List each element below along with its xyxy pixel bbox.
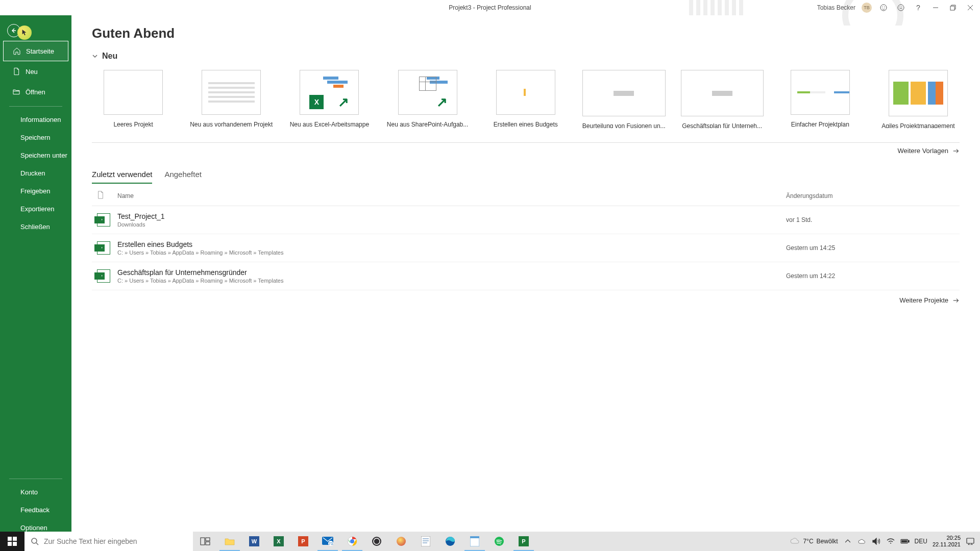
sidebar-item-feedback[interactable]: Feedback — [0, 501, 71, 519]
template-label: Neu aus vorhandenem Projekt — [190, 121, 273, 128]
svg-point-5 — [902, 7, 902, 7]
volume-icon[interactable] — [872, 537, 881, 546]
weather-widget[interactable]: 7°C Bewölkt — [790, 537, 838, 545]
template-budget[interactable]: Erstellen eines Budgets — [484, 70, 567, 128]
titlebar: Projekt3 - Project Professional Tobias B… — [0, 0, 980, 15]
file-date: vor 1 Std. — [786, 216, 960, 223]
onedrive-icon[interactable] — [857, 537, 867, 546]
file-header-date[interactable]: Änderungsdatum — [786, 192, 960, 199]
template-label: Erstellen eines Budgets — [484, 121, 567, 128]
file-path: C: » Users » Tobias » AppData » Roaming … — [117, 278, 786, 284]
smiley-icon[interactable] — [878, 2, 889, 13]
clock[interactable]: 20:25 22.11.2021 — [933, 535, 961, 548]
template-label: Einfacher Projektplan — [779, 121, 862, 128]
sidebar-item-account[interactable]: Konto — [0, 483, 71, 501]
file-row[interactable]: P Erstellen eines Budgets C: » Users » T… — [92, 234, 960, 262]
tray-chevron-up-icon[interactable] — [843, 537, 852, 546]
powerpoint-icon[interactable]: P — [291, 532, 315, 551]
back-button[interactable] — [0, 20, 71, 41]
chrome-icon[interactable] — [340, 532, 364, 551]
taskbar-pinned-apps: W X P 73 P — [193, 532, 536, 551]
help-icon[interactable]: ? — [913, 2, 924, 13]
sidebar-item-home[interactable]: Startseite — [3, 41, 68, 61]
template-from-sharepoint[interactable]: ↗ Neu aus SharePoint-Aufgab... — [386, 70, 469, 128]
more-templates-link[interactable]: Weitere Vorlagen — [92, 147, 960, 155]
start-button[interactable] — [0, 532, 24, 551]
mail-icon[interactable]: 73 — [315, 532, 340, 551]
template-thumb-sharepoint: ↗ — [398, 70, 457, 115]
user-avatar-badge[interactable]: TB — [862, 3, 872, 13]
taskbar-search[interactable] — [24, 532, 193, 551]
svg-point-2 — [885, 7, 885, 7]
sidebar-item-new[interactable]: Neu — [3, 61, 68, 82]
sidebar-item-saveas[interactable]: Speichern unter — [0, 146, 71, 164]
svg-rect-32 — [470, 536, 479, 538]
action-center-icon[interactable] — [966, 537, 975, 546]
weather-temp: 7°C — [803, 538, 813, 545]
file-row[interactable]: P Test_Project_1 Downloads vor 1 Std. — [92, 206, 960, 234]
sidebar-label-open: Öffnen — [26, 88, 45, 96]
sidebar-label-home: Startseite — [26, 47, 54, 55]
file-header-name[interactable]: Name — [117, 192, 786, 199]
cursor-highlight-icon — [17, 26, 32, 40]
template-from-existing[interactable]: Neu aus vorhandenem Projekt — [190, 70, 273, 128]
template-thumb-simple — [791, 70, 850, 115]
file-name: Erstellen eines Budgets — [117, 240, 786, 248]
file-path: C: » Users » Tobias » AppData » Roaming … — [117, 249, 786, 256]
user-name[interactable]: Tobias Becker — [817, 4, 855, 11]
svg-rect-17 — [206, 538, 210, 541]
language-indicator[interactable]: DEU — [915, 538, 927, 545]
search-input[interactable] — [44, 537, 193, 545]
file-explorer-icon[interactable] — [217, 532, 242, 551]
chevron-down-icon — [92, 53, 98, 59]
obs-icon[interactable] — [364, 532, 389, 551]
template-merger[interactable]: Beurteilung von Fusionen un... — [582, 70, 666, 128]
file-list-header: Name Änderungsdatum — [92, 184, 960, 206]
template-thumb-budget — [496, 70, 555, 115]
more-templates-label: Weitere Vorlagen — [898, 147, 949, 155]
template-agile[interactable]: Agiles Projektmanagement — [877, 70, 960, 128]
windows-taskbar: W X P 73 P 7°C Bewölkt DEU 20:25 22.11.2… — [0, 532, 980, 551]
close-button[interactable] — [965, 2, 976, 13]
battery-icon[interactable] — [900, 537, 910, 546]
sidebar-item-close[interactable]: Schließen — [0, 218, 71, 236]
wifi-icon[interactable] — [886, 537, 895, 546]
template-label: Neu aus SharePoint-Aufgab... — [386, 121, 469, 128]
template-label: Neu aus Excel-Arbeitsmappe — [288, 121, 371, 128]
word-icon[interactable]: W — [242, 532, 266, 551]
template-blank[interactable]: Leeres Projekt — [92, 70, 175, 128]
arrow-right-icon — [952, 297, 960, 304]
notepad-icon[interactable] — [462, 532, 487, 551]
maximize-button[interactable] — [947, 2, 959, 13]
svg-rect-35 — [908, 540, 909, 542]
sidebar-item-open[interactable]: Öffnen — [3, 82, 68, 102]
template-simple-plan[interactable]: Einfacher Projektplan — [779, 70, 862, 128]
template-thumb-blank — [104, 70, 163, 115]
spotify-icon[interactable] — [487, 532, 511, 551]
sidebar-separator — [9, 479, 62, 479]
project-icon[interactable]: P — [511, 532, 536, 551]
template-business-plan[interactable]: Geschäftsplan für Unterneh... — [681, 70, 764, 128]
template-from-excel[interactable]: X ↗ Neu aus Excel-Arbeitsmappe — [288, 70, 371, 128]
sidebar-item-save[interactable]: Speichern — [0, 129, 71, 146]
sidebar-item-share[interactable]: Freigeben — [0, 182, 71, 200]
new-section-toggle[interactable]: Neu — [92, 52, 960, 61]
sad-face-icon[interactable] — [895, 2, 906, 13]
edge-icon[interactable] — [438, 532, 462, 551]
tab-pinned[interactable]: Angeheftet — [164, 170, 202, 184]
app-icon-note[interactable] — [413, 532, 438, 551]
cloud-icon — [790, 537, 800, 545]
sidebar-item-print[interactable]: Drucken — [0, 164, 71, 182]
tab-recent[interactable]: Zuletzt verwendet — [92, 170, 152, 184]
app-icon-yellow[interactable] — [389, 532, 413, 551]
sidebar-item-info[interactable]: Informationen — [0, 111, 71, 129]
recent-tabs: Zuletzt verwendet Angeheftet — [92, 170, 960, 184]
task-view-icon[interactable] — [193, 532, 217, 551]
minimize-button[interactable] — [930, 2, 941, 13]
file-row[interactable]: P Geschäftsplan für Unternehmensgründer … — [92, 262, 960, 290]
more-projects-link[interactable]: Weitere Projekte — [92, 296, 960, 304]
file-date: Gestern um 14:22 — [786, 272, 960, 280]
sidebar-item-export[interactable]: Exportieren — [0, 200, 71, 218]
svg-point-1 — [883, 7, 883, 7]
excel-icon[interactable]: X — [266, 532, 291, 551]
